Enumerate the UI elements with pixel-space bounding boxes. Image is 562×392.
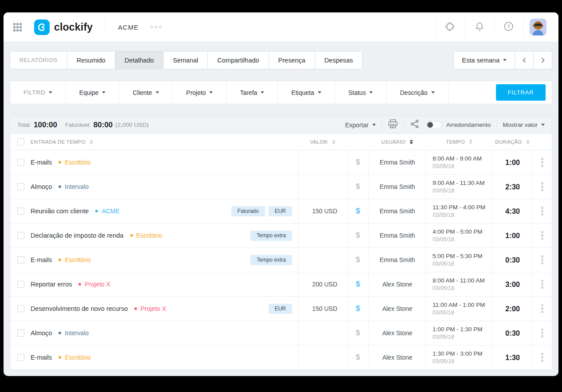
entry-time: 11:00 AM - 1:00 PM03/05/18: [426, 297, 492, 321]
reports-nav: RELATÓRIOS ResumidoDetalhadoSemanalCompa…: [10, 51, 552, 69]
report-tabs: RELATÓRIOS ResumidoDetalhadoSemanalCompa…: [10, 51, 363, 69]
time-range: 8:00 AM - 9:00 AM: [433, 155, 492, 162]
row-checkbox[interactable]: [17, 183, 24, 190]
show-value-dropdown[interactable]: Mostrar valor: [503, 122, 545, 128]
app-window: clockify ACME: [4, 12, 558, 376]
tab-detalhado[interactable]: Detalhado: [115, 51, 164, 69]
date-range-label: Esta semana: [462, 57, 500, 64]
sort-time-icon[interactable]: [469, 139, 472, 145]
row-checkbox[interactable]: [17, 354, 24, 361]
filter-etiqueta[interactable]: Etiqueta: [278, 81, 335, 104]
summary-actions: Exportar: [345, 119, 545, 130]
billable-toggle[interactable]: $: [356, 280, 360, 289]
time-range: 11:30 PM - 4:00 PM: [433, 204, 492, 211]
project-name: Escritório: [137, 232, 162, 239]
entry-user: Emma Smith: [368, 199, 426, 223]
tag-pill: EUR: [269, 304, 292, 314]
billable-toggle[interactable]: $: [356, 158, 360, 167]
chevron-down-icon: [369, 91, 373, 94]
project-color-dot: [59, 332, 61, 334]
rounding-toggle[interactable]: [426, 121, 442, 129]
row-checkbox[interactable]: [17, 208, 24, 215]
filter-projeto[interactable]: Projeto: [173, 81, 226, 104]
next-period-button[interactable]: [533, 51, 552, 69]
entry-time: 9:00 AM - 11:30 AM03/05/18: [426, 175, 492, 199]
notifications-button[interactable]: [464, 18, 494, 36]
sort-entry-icon[interactable]: [90, 140, 93, 144]
billable-toggle[interactable]: $: [356, 182, 360, 191]
chevron-down-icon: [318, 91, 321, 94]
sort-duration-icon[interactable]: [526, 140, 530, 144]
row-checkbox[interactable]: [17, 232, 24, 239]
tab-presenca[interactable]: Presença: [269, 51, 315, 69]
billable-toggle[interactable]: $: [356, 231, 360, 240]
clockify-logo[interactable]: clockify: [34, 20, 93, 35]
integrations-button[interactable]: [435, 18, 464, 36]
filter-status-label: Status: [348, 89, 366, 96]
row-checkbox[interactable]: [17, 305, 24, 312]
entry-user: Alex Stone: [368, 297, 426, 321]
column-header-time: TEMPO: [446, 139, 465, 145]
workspace-menu-icon[interactable]: [148, 26, 162, 28]
entry-description: Declaração de imposto de renda: [31, 232, 124, 239]
filter-equipe[interactable]: Equipe: [66, 81, 120, 104]
row-menu-button[interactable]: [541, 157, 543, 168]
billable-toggle[interactable]: $: [356, 329, 360, 337]
row-checkbox[interactable]: [17, 159, 24, 166]
export-dropdown[interactable]: Exportar: [345, 122, 376, 129]
row-checkbox[interactable]: [17, 281, 24, 288]
filter-projeto-label: Projeto: [186, 89, 206, 96]
row-menu-button[interactable]: [541, 279, 543, 290]
filter-cliente[interactable]: Cliente: [119, 81, 173, 104]
entry-user: Alex Stone: [368, 345, 426, 369]
entry-date: 03/05/18: [433, 163, 492, 169]
billable-toggle[interactable]: $: [356, 207, 360, 216]
row-menu-button[interactable]: [541, 304, 543, 314]
entry-tags: [223, 175, 298, 199]
time-range: 4:00 PM - 5:00 PM: [433, 228, 492, 235]
profile-button[interactable]: [523, 18, 552, 36]
billable-toggle[interactable]: $: [356, 255, 360, 264]
row-menu-button[interactable]: [541, 353, 543, 363]
entry-duration: 2:00: [505, 305, 520, 313]
project-color-dot: [59, 161, 61, 164]
entry-user: Alex Stone: [368, 321, 426, 345]
entry-description: Reportar erros: [31, 281, 72, 288]
filter-label-dropdown[interactable]: FILTRO: [10, 81, 66, 104]
apply-filter-button[interactable]: FILTRAR: [496, 84, 546, 101]
row-menu-button[interactable]: [541, 255, 543, 265]
row-menu-button[interactable]: [541, 182, 543, 192]
tab-resumido[interactable]: Resumido: [67, 51, 115, 69]
project-color-dot: [78, 283, 81, 286]
tab-compartilhado[interactable]: Compartilhado: [208, 51, 269, 69]
filter-equipe-label: Equipe: [79, 89, 99, 96]
tab-semanal[interactable]: Semanal: [164, 51, 208, 69]
filter-descricao-label: Descrição: [400, 89, 427, 96]
select-all-checkbox[interactable]: [17, 138, 24, 145]
row-menu-button[interactable]: [541, 206, 543, 216]
billable-toggle[interactable]: $: [356, 304, 360, 313]
filter-tarefa[interactable]: Tarefa: [226, 81, 278, 104]
share-button[interactable]: [410, 119, 419, 130]
chevron-down-icon: [102, 91, 105, 94]
print-button[interactable]: [388, 119, 398, 130]
tab-despesas[interactable]: Despesas: [315, 51, 362, 69]
sort-user-icon[interactable]: [410, 140, 413, 144]
apps-grid-icon[interactable]: [13, 23, 22, 31]
help-button[interactable]: ?: [494, 18, 523, 36]
prev-period-button[interactable]: [515, 51, 533, 69]
row-menu-button[interactable]: [541, 231, 543, 241]
filter-etiqueta-label: Etiqueta: [291, 89, 314, 96]
sort-value-icon[interactable]: [332, 140, 336, 144]
filter-status[interactable]: Status: [335, 81, 387, 104]
row-checkbox[interactable]: [17, 256, 24, 263]
puzzle-icon: [445, 21, 455, 33]
row-checkbox[interactable]: [17, 329, 24, 337]
entry-user: Emma Smith: [368, 175, 426, 199]
entry-tags: [223, 272, 298, 296]
date-range-dropdown[interactable]: Esta semana: [454, 51, 515, 69]
workspace-name[interactable]: ACME: [118, 24, 139, 31]
row-menu-button[interactable]: [541, 328, 543, 338]
billable-toggle[interactable]: $: [356, 353, 360, 362]
filter-descricao[interactable]: Descrição: [386, 81, 448, 104]
